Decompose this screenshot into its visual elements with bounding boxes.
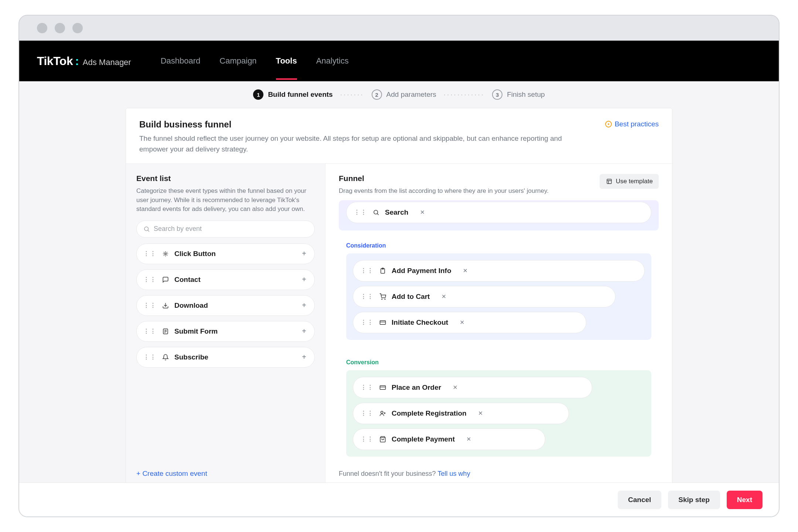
drag-handle-icon[interactable]: ⋮⋮ bbox=[143, 302, 157, 309]
svg-point-16 bbox=[385, 299, 385, 300]
funnel-stage-consideration[interactable]: Consideration ⋮⋮ Add Payment Info × bbox=[339, 236, 659, 347]
svg-rect-17 bbox=[380, 320, 386, 324]
drag-handle-icon[interactable]: ⋮⋮ bbox=[361, 267, 374, 274]
create-custom-event-link[interactable]: + Create custom event bbox=[136, 440, 315, 478]
nav-dashboard[interactable]: Dashboard bbox=[161, 52, 201, 69]
event-search[interactable] bbox=[136, 221, 315, 238]
bag-icon bbox=[379, 436, 386, 443]
funnel-item-complete-payment[interactable]: ⋮⋮ Complete Payment × bbox=[353, 429, 545, 450]
event-item-submit-form[interactable]: ⋮⋮ Submit Form + bbox=[136, 321, 315, 342]
drag-handle-icon[interactable]: ⋮⋮ bbox=[361, 436, 374, 443]
funnel-item-add-payment-info[interactable]: ⋮⋮ Add Payment Info × bbox=[353, 260, 645, 282]
drag-handle-icon[interactable]: ⋮⋮ bbox=[361, 384, 374, 391]
create-custom-event-label: Create custom event bbox=[142, 470, 207, 477]
event-list-column: Event list Categorize these event types … bbox=[126, 164, 325, 488]
window-titlebar bbox=[19, 16, 779, 41]
add-event-button[interactable]: + bbox=[300, 300, 308, 311]
funnel-item-complete-registration[interactable]: ⋮⋮ Complete Registration × bbox=[353, 403, 569, 424]
main-panel: Build business funnel The funnel should … bbox=[126, 108, 672, 488]
card-icon bbox=[379, 319, 386, 326]
template-icon bbox=[606, 178, 613, 185]
event-list-title: Event list bbox=[136, 174, 315, 183]
best-practices-link[interactable]: Best practices bbox=[605, 120, 659, 128]
panel-header: Build business funnel The funnel should … bbox=[126, 108, 672, 164]
drag-handle-icon[interactable]: ⋮⋮ bbox=[361, 410, 374, 417]
brand-colon-icon: : bbox=[75, 54, 79, 68]
step-1-number: 1 bbox=[253, 89, 263, 100]
download-icon bbox=[162, 302, 169, 309]
funnel-footer-text: Funnel doesn't fit your business? bbox=[339, 470, 438, 477]
event-item-subscribe[interactable]: ⋮⋮ Subscribe + bbox=[136, 347, 315, 368]
step-2[interactable]: 2 Add parameters bbox=[372, 89, 436, 100]
drag-handle-icon[interactable]: ⋮⋮ bbox=[361, 319, 374, 326]
remove-event-button[interactable]: × bbox=[462, 265, 469, 276]
remove-event-button[interactable]: × bbox=[458, 317, 466, 328]
svg-point-2 bbox=[165, 253, 167, 255]
drag-handle-icon[interactable]: ⋮⋮ bbox=[143, 354, 157, 361]
stage-title-conversion: Conversion bbox=[346, 359, 651, 366]
event-item-download[interactable]: ⋮⋮ Download + bbox=[136, 295, 315, 316]
nav-analytics[interactable]: Analytics bbox=[316, 52, 349, 69]
funnel-item-search[interactable]: ⋮⋮ Search × bbox=[346, 202, 651, 223]
bell-icon bbox=[162, 354, 169, 361]
funnel-stage-conversion[interactable]: Conversion ⋮⋮ Place an Order × bbox=[339, 353, 659, 464]
event-search-input[interactable] bbox=[154, 225, 308, 233]
funnel-column: Funnel Drag events from the list accordi… bbox=[325, 164, 672, 488]
nav-tools[interactable]: Tools bbox=[276, 52, 297, 69]
funnel-item-label: Search bbox=[385, 208, 408, 216]
window-dot bbox=[55, 23, 65, 33]
remove-event-button[interactable]: × bbox=[477, 407, 484, 419]
remove-event-button[interactable]: × bbox=[465, 433, 473, 445]
step-3[interactable]: 3 Finish setup bbox=[492, 89, 545, 100]
step-2-label: Add parameters bbox=[386, 91, 436, 99]
next-button[interactable]: Next bbox=[727, 491, 763, 509]
svg-rect-8 bbox=[607, 179, 611, 184]
funnel-item-label: Complete Payment bbox=[392, 435, 455, 443]
step-2-number: 2 bbox=[372, 89, 382, 100]
funnel-title: Funnel bbox=[339, 174, 549, 183]
add-event-button[interactable]: + bbox=[300, 274, 308, 285]
svg-point-0 bbox=[144, 227, 149, 231]
add-event-button[interactable]: + bbox=[300, 248, 308, 259]
add-event-button[interactable]: + bbox=[300, 325, 308, 337]
form-icon bbox=[162, 328, 169, 335]
funnel-item-label: Add to Cart bbox=[392, 293, 430, 301]
step-1-label: Build funnel events bbox=[268, 91, 332, 99]
add-event-button[interactable]: + bbox=[300, 351, 308, 363]
top-nav: TikTok: Ads Manager Dashboard Campaign T… bbox=[19, 41, 779, 81]
page-description: The funnel should reflect the user journ… bbox=[139, 133, 572, 154]
funnel-item-place-order[interactable]: ⋮⋮ Place an Order × bbox=[353, 377, 592, 398]
svg-rect-19 bbox=[380, 385, 386, 389]
drag-handle-icon[interactable]: ⋮⋮ bbox=[143, 250, 157, 257]
funnel-stage-awareness[interactable]: ⋮⋮ Search × bbox=[339, 200, 659, 231]
funnel-description: Drag events from the list according to w… bbox=[339, 187, 549, 196]
drag-handle-icon[interactable]: ⋮⋮ bbox=[354, 209, 367, 216]
step-1[interactable]: 1 Build funnel events bbox=[253, 89, 332, 100]
event-item-contact[interactable]: ⋮⋮ Contact + bbox=[136, 269, 315, 290]
event-item-click-button[interactable]: ⋮⋮ Click Button + bbox=[136, 243, 315, 264]
drag-handle-icon[interactable]: ⋮⋮ bbox=[361, 293, 374, 300]
event-item-label: Subscribe bbox=[174, 353, 208, 361]
event-item-label: Click Button bbox=[174, 250, 216, 258]
use-template-button[interactable]: Use template bbox=[600, 174, 659, 189]
remove-event-button[interactable]: × bbox=[451, 382, 459, 393]
brand-logo: TikTok bbox=[37, 54, 73, 68]
tell-us-why-link[interactable]: Tell us why bbox=[438, 470, 470, 477]
svg-line-12 bbox=[377, 214, 378, 215]
step-3-number: 3 bbox=[492, 89, 502, 100]
skip-step-button[interactable]: Skip step bbox=[668, 491, 720, 509]
drag-handle-icon[interactable]: ⋮⋮ bbox=[143, 328, 157, 335]
remove-event-button[interactable]: × bbox=[419, 207, 426, 218]
svg-point-21 bbox=[381, 411, 383, 413]
search-icon bbox=[143, 226, 150, 232]
brand: TikTok: Ads Manager bbox=[37, 54, 131, 68]
funnel-footer: Funnel doesn't fit your business? Tell u… bbox=[339, 470, 659, 478]
remove-event-button[interactable]: × bbox=[440, 291, 447, 302]
funnel-item-initiate-checkout[interactable]: ⋮⋮ Initiate Checkout × bbox=[353, 312, 586, 333]
nav-campaign[interactable]: Campaign bbox=[219, 52, 256, 69]
cancel-button[interactable]: Cancel bbox=[618, 491, 661, 509]
use-template-label: Use template bbox=[616, 178, 653, 185]
drag-handle-icon[interactable]: ⋮⋮ bbox=[143, 276, 157, 283]
funnel-item-add-to-cart[interactable]: ⋮⋮ Add to Cart × bbox=[353, 286, 615, 307]
click-icon bbox=[162, 250, 169, 258]
